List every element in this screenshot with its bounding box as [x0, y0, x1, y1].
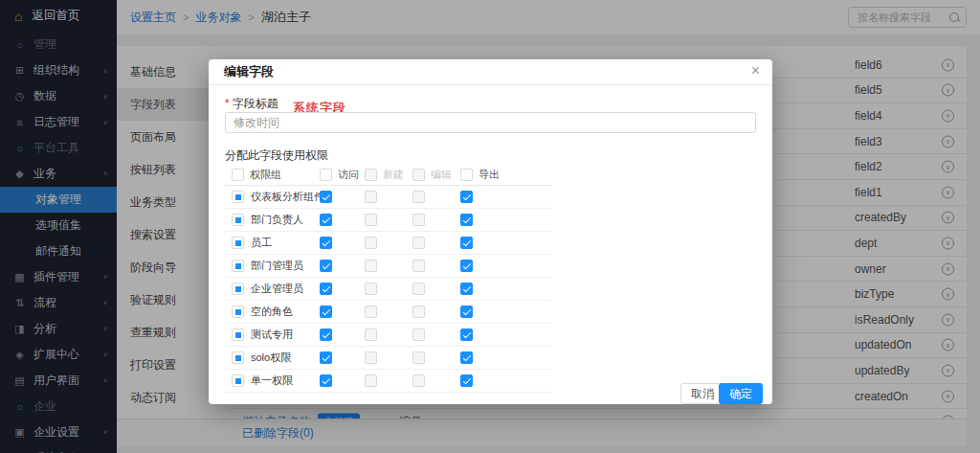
edit-checkbox[interactable] [412, 214, 425, 226]
close-icon[interactable]: × [751, 63, 760, 79]
permission-group-label: 空的角色 [251, 305, 293, 319]
visit-checkbox[interactable] [320, 374, 332, 387]
export-checkbox[interactable] [460, 328, 473, 341]
visit-checkbox[interactable] [320, 351, 332, 364]
select-all-visit-checkbox[interactable] [320, 169, 332, 181]
permission-group-label: 企业管理员 [251, 282, 303, 296]
create-checkbox[interactable] [365, 283, 377, 295]
select-all-create-checkbox[interactable] [365, 169, 377, 181]
column-create-label: 新建 [383, 168, 404, 182]
create-checkbox[interactable] [365, 191, 377, 203]
permission-row: 部门管理员 [225, 255, 552, 278]
permission-row: 单一权限 [225, 370, 552, 393]
permission-row: 部门负责人 [225, 209, 552, 232]
permission-row: solo权限 [225, 347, 552, 370]
create-checkbox[interactable] [365, 260, 377, 272]
visit-checkbox[interactable] [320, 214, 332, 226]
visit-checkbox[interactable] [320, 237, 332, 249]
edit-field-modal: 编辑字段 × *字段标题 系统字段 分配此字段使用权限 权限组 访问 新建 编辑… [209, 59, 772, 404]
visit-checkbox[interactable] [320, 191, 332, 203]
visit-checkbox[interactable] [320, 328, 332, 341]
edit-checkbox[interactable] [412, 374, 425, 387]
permissions-table: 权限组 访问 新建 编辑 导出 仪表板分析组件 部门负责人 员工 [225, 165, 552, 393]
permissions-header-row: 权限组 访问 新建 编辑 导出 [225, 165, 552, 186]
create-checkbox[interactable] [365, 328, 377, 341]
create-checkbox[interactable] [365, 351, 377, 364]
column-visit-label: 访问 [338, 168, 359, 182]
permission-row: 企业管理员 [225, 278, 552, 301]
permission-group-label: 员工 [251, 236, 272, 250]
permission-group-label: 单一权限 [251, 374, 293, 388]
export-checkbox[interactable] [460, 306, 473, 318]
create-checkbox[interactable] [365, 306, 377, 318]
modal-header: 编辑字段 [209, 59, 772, 85]
group-checkbox[interactable] [232, 283, 244, 295]
group-checkbox[interactable] [232, 191, 244, 203]
edit-checkbox[interactable] [412, 237, 425, 249]
group-checkbox[interactable] [232, 214, 244, 226]
export-checkbox[interactable] [460, 191, 473, 203]
permission-row: 空的角色 [225, 301, 552, 324]
group-checkbox[interactable] [232, 306, 244, 318]
required-asterisk: * [225, 97, 230, 110]
export-checkbox[interactable] [460, 214, 473, 226]
create-checkbox[interactable] [365, 374, 377, 387]
group-checkbox[interactable] [232, 328, 244, 341]
edit-checkbox[interactable] [412, 306, 425, 318]
permission-row: 测试专用 [225, 324, 552, 347]
group-checkbox[interactable] [232, 351, 244, 364]
column-edit-label: 编辑 [431, 168, 452, 182]
permission-group-label: solo权限 [251, 351, 291, 365]
create-checkbox[interactable] [365, 214, 377, 226]
export-checkbox[interactable] [460, 237, 473, 249]
create-checkbox[interactable] [365, 237, 377, 249]
export-checkbox[interactable] [460, 283, 473, 295]
select-all-export-checkbox[interactable] [460, 169, 473, 181]
export-checkbox[interactable] [460, 351, 473, 364]
visit-checkbox[interactable] [320, 283, 332, 295]
select-all-edit-checkbox[interactable] [412, 169, 425, 181]
edit-checkbox[interactable] [412, 260, 425, 272]
select-all-groups-checkbox[interactable] [232, 169, 244, 181]
visit-checkbox[interactable] [320, 306, 332, 318]
permission-group-label: 测试专用 [251, 328, 293, 342]
export-checkbox[interactable] [460, 260, 473, 272]
group-checkbox[interactable] [232, 237, 244, 249]
modal-title: 编辑字段 [224, 63, 274, 80]
field-title-label: *字段标题 [225, 96, 278, 112]
permission-group-label: 部门管理员 [251, 259, 303, 273]
permission-row: 员工 [225, 232, 552, 255]
group-checkbox[interactable] [232, 260, 244, 272]
column-export-label: 导出 [479, 168, 500, 182]
assign-permissions-label: 分配此字段使用权限 [225, 147, 328, 164]
column-group-label: 权限组 [250, 168, 281, 182]
edit-checkbox[interactable] [412, 351, 425, 364]
ok-button[interactable]: 确定 [719, 383, 763, 404]
permission-group-label: 部门负责人 [251, 213, 303, 227]
group-checkbox[interactable] [232, 374, 244, 387]
field-title-input[interactable] [225, 112, 756, 133]
field-title-text: 字段标题 [233, 97, 278, 110]
export-checkbox[interactable] [460, 374, 473, 387]
edit-checkbox[interactable] [412, 283, 425, 295]
permission-row: 仪表板分析组件 [225, 186, 552, 209]
visit-checkbox[interactable] [320, 260, 332, 272]
permission-group-label: 仪表板分析组件 [251, 190, 324, 204]
edit-checkbox[interactable] [412, 191, 425, 203]
edit-checkbox[interactable] [412, 328, 425, 341]
